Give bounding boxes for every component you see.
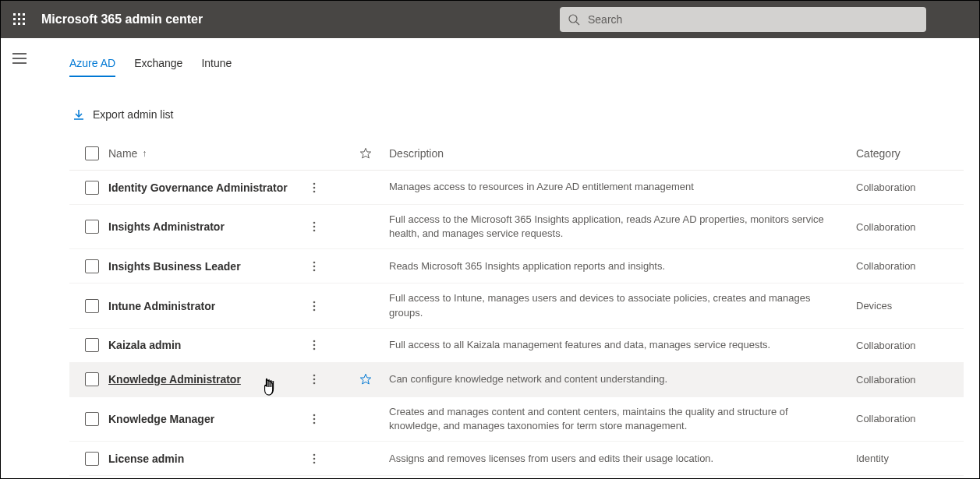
vertical-dots-icon bbox=[313, 301, 316, 312]
roles-table: Name ↑ Description Category Identity Gov… bbox=[69, 136, 964, 476]
table-row[interactable]: Identity Governance AdministratorManages… bbox=[69, 171, 964, 205]
select-all-checkbox[interactable] bbox=[85, 146, 99, 160]
column-header-name[interactable]: Name ↑ bbox=[108, 147, 342, 160]
role-category: Collaboration bbox=[856, 181, 957, 193]
table-row[interactable]: Intune AdministratorFull access to Intun… bbox=[69, 284, 964, 328]
table-row[interactable]: Insights AdministratorFull access to the… bbox=[69, 205, 964, 249]
svg-point-28 bbox=[313, 308, 316, 311]
row-checkbox[interactable] bbox=[85, 338, 99, 352]
svg-rect-0 bbox=[13, 13, 16, 16]
search-input[interactable] bbox=[560, 7, 926, 32]
vertical-dots-icon bbox=[313, 182, 316, 193]
vertical-dots-icon bbox=[313, 414, 316, 424]
column-header-favorite[interactable] bbox=[342, 147, 389, 160]
row-checkbox[interactable] bbox=[85, 412, 99, 426]
role-description: Full access to the Microsoft 365 Insight… bbox=[389, 213, 856, 241]
svg-point-21 bbox=[313, 226, 316, 228]
download-icon bbox=[73, 108, 85, 121]
table-row[interactable]: License adminAssigns and removes license… bbox=[69, 442, 964, 476]
nav-toggle-button[interactable] bbox=[10, 49, 29, 68]
svg-rect-8 bbox=[23, 23, 25, 25]
role-description: Assigns and removes licenses from users … bbox=[389, 452, 856, 466]
vertical-dots-icon bbox=[313, 261, 316, 272]
sort-ascending-icon: ↑ bbox=[142, 148, 147, 159]
role-description: Full access to all Kaizala management fe… bbox=[389, 338, 856, 352]
row-checkbox[interactable] bbox=[85, 181, 99, 195]
more-actions-button[interactable] bbox=[306, 340, 322, 350]
svg-rect-1 bbox=[18, 13, 20, 16]
table-row[interactable]: Knowledge AdministratorCan configure kno… bbox=[69, 363, 964, 397]
table-row[interactable]: Kaizala adminFull access to all Kaizala … bbox=[69, 329, 964, 363]
role-name-label: Knowledge Manager bbox=[108, 413, 214, 425]
more-actions-button[interactable] bbox=[306, 453, 322, 464]
app-launcher-button[interactable] bbox=[7, 7, 32, 32]
svg-point-34 bbox=[313, 382, 316, 385]
role-description: Manages access to resources in Azure AD … bbox=[389, 180, 856, 194]
table-row[interactable]: Knowledge ManagerCreates and manages con… bbox=[69, 397, 964, 442]
column-header-category[interactable]: Category bbox=[856, 147, 957, 160]
tab-azure-ad[interactable]: Azure AD bbox=[69, 57, 115, 77]
role-category: Collaboration bbox=[856, 374, 957, 386]
svg-point-37 bbox=[313, 418, 316, 421]
waffle-icon bbox=[13, 13, 26, 26]
role-category: Devices bbox=[856, 300, 957, 312]
row-checkbox[interactable] bbox=[85, 372, 99, 386]
row-checkbox[interactable] bbox=[85, 259, 99, 273]
svg-point-36 bbox=[313, 414, 316, 417]
star-outline-icon bbox=[359, 373, 372, 386]
svg-point-38 bbox=[313, 422, 316, 424]
svg-point-17 bbox=[313, 182, 316, 185]
role-description: Full access to Intune, manages users and… bbox=[389, 291, 856, 319]
role-category: Collaboration bbox=[856, 413, 957, 424]
role-category: Identity bbox=[856, 453, 957, 464]
top-navbar: Microsoft 365 admin center bbox=[1, 1, 979, 38]
svg-rect-5 bbox=[23, 18, 25, 20]
svg-point-30 bbox=[313, 344, 316, 347]
svg-point-19 bbox=[313, 190, 316, 192]
svg-point-41 bbox=[313, 461, 316, 463]
svg-point-23 bbox=[313, 262, 316, 264]
more-actions-button[interactable] bbox=[306, 301, 322, 312]
export-admin-list-button[interactable]: Export admin list bbox=[93, 108, 173, 121]
column-name-label: Name bbox=[108, 147, 137, 160]
favorite-toggle[interactable] bbox=[342, 373, 389, 386]
role-name-label: Insights Administrator bbox=[108, 220, 225, 233]
role-name-label: Intune Administrator bbox=[108, 300, 215, 312]
role-category: Collaboration bbox=[856, 260, 957, 272]
svg-point-40 bbox=[313, 457, 316, 460]
svg-point-29 bbox=[313, 340, 316, 343]
svg-point-33 bbox=[313, 379, 316, 381]
more-actions-button[interactable] bbox=[306, 182, 322, 193]
table-header: Name ↑ Description Category bbox=[69, 136, 964, 171]
svg-point-24 bbox=[313, 266, 316, 268]
role-category: Collaboration bbox=[856, 340, 957, 351]
more-actions-button[interactable] bbox=[306, 221, 322, 232]
svg-rect-3 bbox=[13, 18, 16, 20]
role-description: Creates and manages content and content … bbox=[389, 405, 856, 433]
svg-point-20 bbox=[313, 222, 316, 224]
svg-point-18 bbox=[313, 186, 316, 188]
row-checkbox[interactable] bbox=[85, 220, 99, 234]
row-checkbox[interactable] bbox=[85, 452, 99, 466]
main-content: Azure AD Exchange Intune Export admin li… bbox=[38, 38, 979, 478]
body-area: Azure AD Exchange Intune Export admin li… bbox=[1, 38, 979, 478]
more-actions-button[interactable] bbox=[306, 374, 322, 385]
row-checkbox[interactable] bbox=[85, 299, 99, 313]
more-actions-button[interactable] bbox=[306, 414, 322, 424]
role-description: Reads Microsoft 365 Insights application… bbox=[389, 259, 856, 273]
tab-exchange[interactable]: Exchange bbox=[134, 57, 182, 77]
more-actions-button[interactable] bbox=[306, 261, 322, 272]
vertical-dots-icon bbox=[313, 453, 316, 464]
column-header-description[interactable]: Description bbox=[389, 147, 856, 160]
table-row[interactable]: Insights Business LeaderReads Microsoft … bbox=[69, 249, 964, 284]
search-container bbox=[560, 7, 926, 32]
svg-rect-2 bbox=[23, 13, 25, 16]
svg-point-32 bbox=[313, 375, 316, 377]
star-outline-icon bbox=[359, 147, 372, 160]
role-name-label: License admin bbox=[108, 453, 184, 465]
hamburger-icon bbox=[12, 53, 27, 64]
svg-rect-4 bbox=[18, 18, 20, 20]
tab-intune[interactable]: Intune bbox=[201, 57, 232, 77]
vertical-dots-icon bbox=[313, 221, 316, 232]
svg-point-25 bbox=[313, 269, 316, 272]
